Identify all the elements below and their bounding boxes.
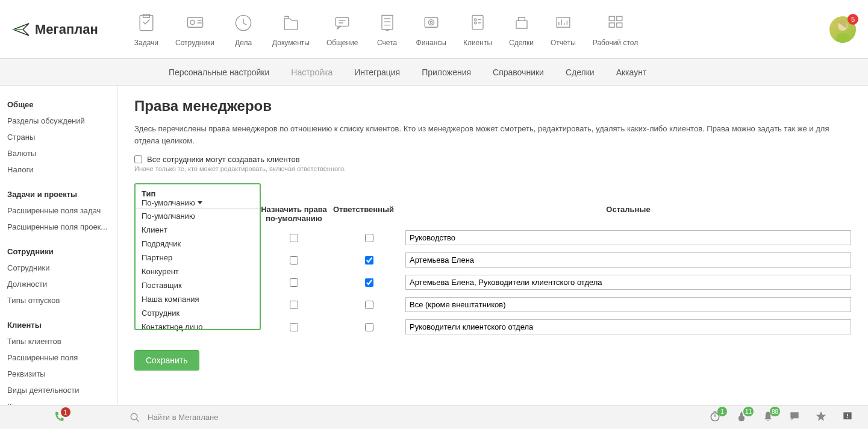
sidebar-item[interactable]: Каналы привлечения — [0, 398, 117, 405]
others-input[interactable] — [405, 319, 851, 334]
others-input[interactable] — [405, 275, 851, 290]
feedback-icon[interactable] — [841, 410, 854, 424]
sidebar-item[interactable]: Расширенные поля — [0, 349, 117, 366]
default-checkbox[interactable] — [290, 301, 298, 309]
type-label: Тип — [142, 189, 254, 198]
nav-Финансы[interactable]: Финансы — [416, 12, 446, 47]
nav-Клиенты[interactable]: Клиенты — [463, 12, 492, 47]
default-checkbox[interactable] — [290, 234, 298, 242]
sidebar-item[interactable]: Страны — [0, 129, 117, 145]
svg-rect-6 — [425, 17, 438, 27]
svg-rect-16 — [616, 23, 622, 27]
svg-rect-5 — [382, 15, 393, 29]
sidebar-item[interactable]: Типы отпусков — [0, 292, 117, 308]
search-bar[interactable]: Найти в Мегаплане — [117, 412, 709, 423]
svg-rect-1 — [187, 17, 202, 27]
col-others: Остальные — [405, 205, 851, 223]
nav-Задачи[interactable]: Задачи — [134, 12, 158, 47]
svg-rect-14 — [616, 16, 622, 20]
type-option[interactable]: Поставщик — [136, 278, 260, 292]
sidebar-item[interactable]: Расширенные поля задач — [0, 202, 117, 219]
svg-rect-13 — [609, 16, 614, 20]
nav-Сотрудники[interactable]: Сотрудники — [175, 12, 214, 47]
type-option[interactable]: Партнер — [136, 251, 260, 265]
responsible-checkbox[interactable] — [365, 301, 373, 309]
sidebar-group: Сотрудники — [0, 243, 117, 260]
sidebar-item[interactable]: Валюты — [0, 145, 117, 161]
others-input[interactable] — [405, 230, 851, 245]
default-checkbox[interactable] — [290, 323, 298, 331]
tab-Приложения[interactable]: Приложения — [422, 67, 471, 77]
nav-Рабочий стол[interactable]: Рабочий стол — [593, 12, 638, 47]
tab-Сделки[interactable]: Сделки — [566, 67, 595, 77]
bottombar: 1 Найти в Мегаплане 1 11 88 — [0, 405, 868, 429]
nav-Счета[interactable]: Счета — [375, 12, 399, 47]
nav-Дела[interactable]: Дела — [231, 12, 255, 47]
col-responsible: Ответственный — [333, 205, 405, 223]
nav-Общение[interactable]: Общение — [326, 12, 358, 47]
type-option[interactable]: Подрядчик — [136, 237, 260, 251]
sidebar-group: Задачи и проекты — [0, 186, 117, 202]
fire-icon[interactable]: 11 — [735, 410, 748, 424]
svg-rect-22 — [847, 414, 848, 416]
type-option[interactable]: По-умолчанию — [136, 209, 260, 223]
responsible-checkbox[interactable] — [365, 278, 373, 287]
sidebar-item[interactable]: Должности — [0, 276, 117, 292]
phone-icon[interactable]: 1 — [54, 411, 64, 424]
type-option[interactable]: Клиент — [136, 223, 260, 237]
logo[interactable]: Мегаплан — [12, 21, 98, 38]
type-dropdown-toggle[interactable]: По-умолчанию — [142, 198, 254, 207]
notification-badge: 5 — [848, 14, 858, 25]
all-can-create-checkbox[interactable] — [134, 155, 142, 163]
sidebar-item[interactable]: Реквизиты — [0, 366, 117, 382]
tab-Персональные настройки[interactable]: Персональные настройки — [169, 67, 269, 77]
star-icon[interactable] — [815, 410, 827, 424]
sidebar-item[interactable]: Сотрудники — [0, 260, 117, 276]
tab-Справочники[interactable]: Справочники — [493, 67, 544, 77]
sidebar-item[interactable]: Типы клиентов — [0, 333, 117, 349]
nav-Документы[interactable]: Документы — [272, 12, 310, 47]
sidebar-item[interactable]: Расширенные поля проек... — [0, 219, 117, 235]
type-option[interactable]: Сотрудник — [136, 306, 260, 320]
svg-point-2 — [190, 20, 194, 24]
sidebar-item[interactable]: Налоги — [0, 161, 117, 178]
svg-point-10 — [475, 18, 477, 20]
bell-icon[interactable]: 88 — [762, 410, 774, 424]
responsible-checkbox[interactable] — [365, 323, 373, 331]
type-option[interactable]: Наша компания — [136, 292, 260, 306]
timer-icon[interactable]: 1 — [709, 410, 721, 424]
tab-Настройка[interactable]: Настройка — [291, 67, 333, 77]
svg-line-19 — [136, 419, 139, 422]
default-checkbox[interactable] — [290, 256, 298, 265]
default-checkbox[interactable] — [290, 278, 298, 287]
logo-icon — [12, 21, 31, 38]
svg-point-8 — [430, 21, 432, 23]
page-description: Здесь перечислены права менеджеров по от… — [134, 123, 845, 146]
svg-point-18 — [131, 413, 137, 420]
user-avatar[interactable]: 5 — [829, 16, 856, 43]
type-option[interactable]: Конкурент — [136, 265, 260, 278]
sidebar-item[interactable]: Виды деятельности — [0, 382, 117, 398]
sidebar-group: Клиенты — [0, 317, 117, 333]
svg-rect-9 — [472, 15, 483, 29]
col-default-rights: Назначить права по-умолчанию — [255, 205, 333, 223]
svg-rect-15 — [609, 23, 614, 27]
nav-Сделки[interactable]: Сделки — [509, 12, 534, 47]
chat-icon[interactable] — [788, 410, 801, 424]
tab-Аккаунт[interactable]: Аккаунт — [616, 67, 647, 77]
sidebar-item[interactable]: Разделы обсуждений — [0, 113, 117, 129]
content: Права менеджеров Здесь перечислены права… — [117, 86, 868, 405]
responsible-checkbox[interactable] — [365, 234, 373, 242]
svg-point-7 — [428, 19, 434, 25]
all-can-create-label: Все сотрудники могут создавать клиентов — [147, 155, 300, 164]
responsible-checkbox[interactable] — [365, 256, 373, 265]
type-option[interactable]: Контактное лицо — [136, 320, 260, 329]
others-input[interactable] — [405, 297, 851, 312]
others-input[interactable] — [405, 252, 851, 268]
nav-Отчёты[interactable]: Отчёты — [551, 12, 576, 47]
search-icon — [130, 412, 140, 423]
sidebar: ОбщееРазделы обсужденийСтраныВалютыНалог… — [0, 86, 117, 405]
tab-Интеграция[interactable]: Интеграция — [354, 67, 400, 77]
save-button[interactable]: Сохранить — [134, 350, 199, 371]
type-dropdown-list[interactable]: По-умолчаниюКлиентПодрядчикПартнерКонкур… — [136, 208, 260, 329]
